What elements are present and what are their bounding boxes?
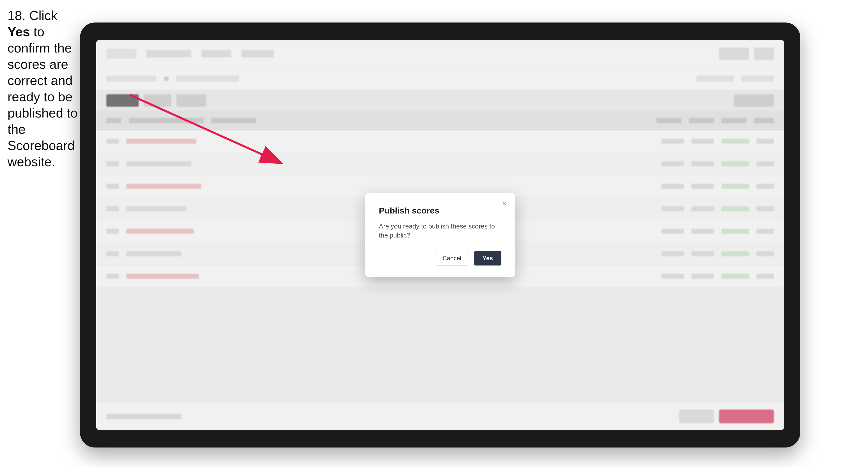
- dialog-actions: Cancel Yes: [379, 251, 501, 266]
- instruction-prefix: Click: [29, 8, 58, 23]
- instruction-suffix: to confirm the scores are correct and re…: [7, 25, 78, 169]
- dialog-title: Publish scores: [379, 206, 501, 216]
- cancel-button[interactable]: Cancel: [435, 251, 469, 266]
- step-number: 18.: [7, 8, 26, 23]
- dialog-close-button[interactable]: ×: [500, 199, 510, 209]
- yes-button[interactable]: Yes: [474, 251, 501, 266]
- instruction-text: 18. Click Yes to confirm the scores are …: [7, 7, 80, 170]
- modal-overlay: × Publish scores Are you ready to publis…: [96, 40, 784, 430]
- instruction-bold: Yes: [7, 25, 30, 39]
- dialog-message: Are you ready to publish these scores to…: [379, 222, 501, 240]
- publish-scores-dialog: × Publish scores Are you ready to publis…: [365, 193, 515, 277]
- tablet-device: × Publish scores Are you ready to publis…: [80, 23, 800, 447]
- tablet-screen: × Publish scores Are you ready to publis…: [96, 40, 784, 430]
